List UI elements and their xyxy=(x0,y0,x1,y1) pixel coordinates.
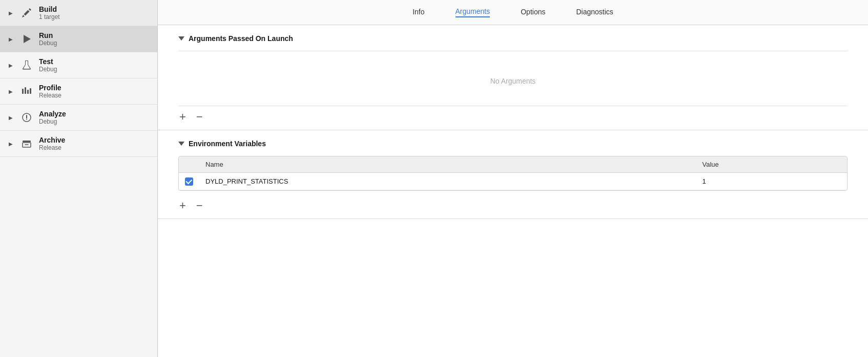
section-header-arguments: Arguments Passed On Launch xyxy=(158,25,868,51)
svg-rect-2 xyxy=(25,87,26,94)
section-title-env: Environment Variables xyxy=(189,140,266,148)
sidebar-label-archive: Archive xyxy=(39,136,65,144)
env-remove-button[interactable]: − xyxy=(195,200,204,211)
sidebar-sublabel-run: Debug xyxy=(39,39,57,47)
svg-rect-3 xyxy=(27,90,29,94)
svg-marker-0 xyxy=(24,35,31,43)
sidebar-item-run[interactable]: ▶ Run Debug xyxy=(0,26,157,52)
env-row-name[interactable]: DYLD_PRINT_STATISTICS xyxy=(199,173,696,190)
collapse-triangle-arguments[interactable] xyxy=(178,36,184,41)
run-icon xyxy=(19,33,34,45)
sidebar-item-analyze[interactable]: ▶ Analyze Debug xyxy=(0,105,157,131)
env-row-checkbox[interactable] xyxy=(185,177,193,186)
sidebar-label-analyze: Analyze xyxy=(39,110,66,118)
sidebar-sublabel-build: 1 target xyxy=(39,13,60,21)
svg-point-7 xyxy=(26,119,27,120)
svg-rect-4 xyxy=(30,88,31,94)
sidebar-sublabel-test: Debug xyxy=(39,66,57,73)
expand-arrow-run: ▶ xyxy=(7,36,14,42)
env-add-button[interactable]: + xyxy=(178,200,187,211)
tab-bar: Info Arguments Options Diagnostics xyxy=(158,0,868,25)
sidebar-item-build[interactable]: ▶ Build 1 target xyxy=(0,0,157,26)
sidebar-sublabel-analyze: Debug xyxy=(39,118,66,125)
section-environment-variables: Environment Variables Name Value xyxy=(158,130,868,219)
tab-arguments[interactable]: Arguments xyxy=(456,7,490,17)
svg-rect-1 xyxy=(22,89,24,94)
arguments-add-remove-bar: + − xyxy=(158,106,868,130)
arguments-add-button[interactable]: + xyxy=(178,111,187,123)
sidebar-text-run: Run Debug xyxy=(39,31,57,47)
env-table-container: Name Value DYLD_PRINT_STATISTICS 1 xyxy=(178,156,848,191)
section-header-env: Environment Variables xyxy=(158,130,868,156)
expand-arrow-profile: ▶ xyxy=(7,89,14,94)
no-arguments-area: No Arguments xyxy=(178,51,848,106)
archive-icon xyxy=(19,138,34,149)
sidebar-text-build: Build 1 target xyxy=(39,5,60,21)
env-col-value: Value xyxy=(696,156,847,173)
tab-options[interactable]: Options xyxy=(521,8,545,17)
sidebar: ▶ Build 1 target ▶ Run Debug ▶ xyxy=(0,0,158,357)
env-col-name: Name xyxy=(199,156,696,173)
tab-info[interactable]: Info xyxy=(412,8,424,17)
env-table: Name Value DYLD_PRINT_STATISTICS 1 xyxy=(179,156,847,190)
expand-arrow-analyze: ▶ xyxy=(7,115,14,121)
sidebar-label-run: Run xyxy=(39,31,57,39)
sidebar-text-analyze: Analyze Debug xyxy=(39,110,66,125)
profile-icon xyxy=(19,86,34,97)
arguments-remove-button[interactable]: − xyxy=(195,111,204,123)
env-table-header-row: Name Value xyxy=(179,156,847,173)
sidebar-item-test[interactable]: ▶ Test Debug xyxy=(0,52,157,78)
sidebar-text-test: Test Debug xyxy=(39,57,57,73)
section-title-arguments: Arguments Passed On Launch xyxy=(189,34,293,43)
sidebar-text-archive: Archive Release xyxy=(39,136,65,151)
svg-rect-8 xyxy=(23,141,31,142)
sidebar-label-test: Test xyxy=(39,57,57,66)
tab-diagnostics[interactable]: Diagnostics xyxy=(576,8,613,17)
table-row: DYLD_PRINT_STATISTICS 1 xyxy=(179,173,847,190)
env-row-value[interactable]: 1 xyxy=(696,173,847,190)
sidebar-item-profile[interactable]: ▶ Profile Release xyxy=(0,78,157,105)
env-col-checkbox xyxy=(179,156,199,173)
sidebar-sublabel-profile: Release xyxy=(39,92,61,99)
sidebar-sublabel-archive: Release xyxy=(39,144,65,151)
expand-arrow-build: ▶ xyxy=(7,10,14,16)
analyze-icon xyxy=(19,112,34,123)
expand-arrow-archive: ▶ xyxy=(7,141,14,147)
content-area: Arguments Passed On Launch No Arguments … xyxy=(158,25,868,357)
main-panel: Info Arguments Options Diagnostics Argum… xyxy=(158,0,868,357)
sidebar-text-profile: Profile Release xyxy=(39,84,61,99)
env-add-remove-bar: + − xyxy=(158,195,868,219)
sidebar-label-profile: Profile xyxy=(39,84,61,92)
env-row-checkbox-cell xyxy=(179,173,199,190)
no-arguments-text: No Arguments xyxy=(490,62,536,101)
build-icon xyxy=(19,7,34,18)
sidebar-item-archive[interactable]: ▶ Archive Release xyxy=(0,131,157,157)
section-arguments-on-launch: Arguments Passed On Launch No Arguments … xyxy=(158,25,868,130)
test-icon xyxy=(19,60,34,71)
sidebar-label-build: Build xyxy=(39,5,60,13)
expand-arrow-test: ▶ xyxy=(7,63,14,68)
collapse-triangle-env[interactable] xyxy=(178,142,184,146)
